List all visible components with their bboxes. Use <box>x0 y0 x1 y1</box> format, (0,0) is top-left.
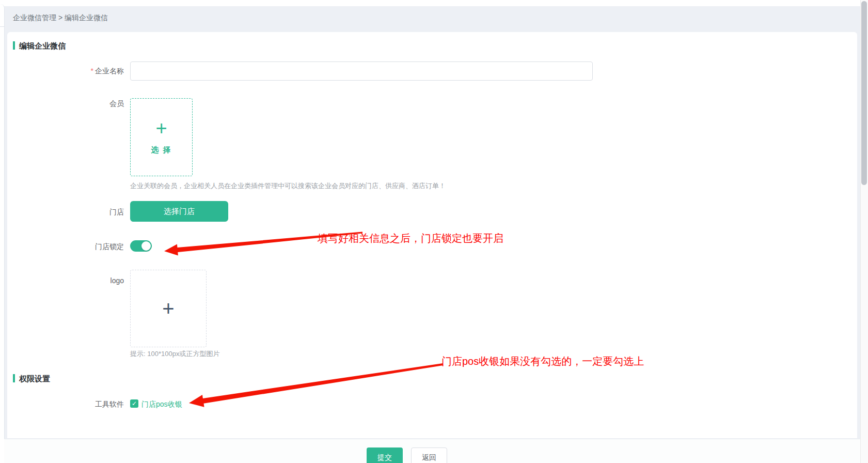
plus-icon: + <box>162 297 174 320</box>
member-select-box[interactable]: + 选 择 <box>130 98 193 176</box>
logo-label: logo <box>0 276 124 285</box>
section-accent-bar <box>13 374 15 382</box>
select-store-button[interactable]: 选择门店 <box>130 201 228 222</box>
section-title-edit: 编辑企业微信 <box>19 41 66 51</box>
member-label: 会员 <box>0 99 124 109</box>
top-strip <box>0 0 868 6</box>
plus-icon: + <box>155 119 167 137</box>
store-label: 门店 <box>0 208 124 217</box>
submit-button[interactable]: 提交 <box>367 447 403 463</box>
pos-checkbox-label[interactable]: 门店pos收银 <box>141 400 182 409</box>
store-lock-toggle[interactable] <box>130 240 152 252</box>
company-name-input[interactable] <box>130 61 593 81</box>
pos-annotation: 门店pos收银如果没有勾选的，一定要勾选上 <box>441 354 644 368</box>
logo-hint-text: 提示: 100*100px或正方型图片 <box>130 349 219 359</box>
company-name-label: *企业名称 <box>0 67 124 76</box>
required-asterisk: * <box>91 67 93 75</box>
breadcrumb[interactable]: 企业微信管理 > 编辑企业微信 <box>13 13 108 23</box>
section-accent-bar <box>13 41 15 50</box>
tools-label: 工具软件 <box>0 400 124 409</box>
section-title-perms: 权限设置 <box>19 374 50 384</box>
member-select-text: 选 择 <box>151 145 171 155</box>
pos-checkbox[interactable]: ✓ <box>130 399 138 408</box>
member-help-text: 企业关联的会员，企业相关人员在企业类插件管理中可以搜索该企业会员对应的门店、供应… <box>130 181 446 191</box>
scrollbar-thumb[interactable] <box>861 1 867 185</box>
store-lock-label: 门店锁定 <box>0 242 124 252</box>
back-button[interactable]: 返回 <box>411 447 447 463</box>
toggle-knob <box>141 241 151 251</box>
store-lock-annotation: 填写好相关信息之后，门店锁定也要开启 <box>318 232 503 245</box>
logo-upload-box[interactable]: + <box>130 270 207 347</box>
sidebar-divider <box>0 26 5 27</box>
